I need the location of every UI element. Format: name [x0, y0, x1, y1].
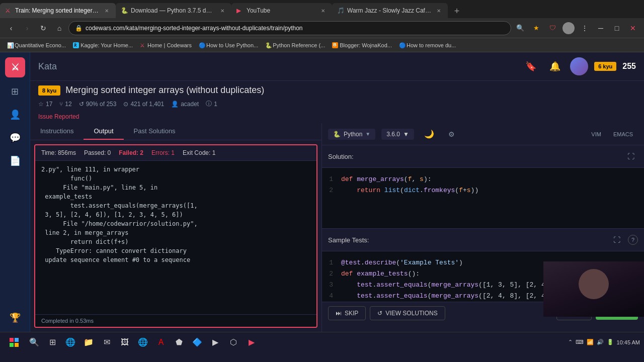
settings-button[interactable]: ⚙ [444, 128, 459, 140]
taskbar-mail[interactable]: ✉ [99, 334, 115, 350]
tab-1-favicon: ⚔ [5, 7, 12, 14]
taskbar-task-view[interactable]: ⊞ [44, 334, 60, 350]
taskbar-explorer[interactable]: 📁 [80, 334, 97, 350]
sidebar-icon-home[interactable]: ⊞ [6, 82, 24, 101]
back-button[interactable]: ‹ [4, 21, 18, 35]
user-value: acadet [181, 101, 199, 108]
theme-toggle-button[interactable]: 🌙 [420, 127, 438, 141]
window-close[interactable]: ✕ [626, 21, 640, 35]
taskbar-media[interactable]: ▶ [244, 334, 260, 350]
search-icon[interactable]: 🔍 [513, 21, 527, 35]
svg-rect-0 [10, 338, 14, 342]
code-line-1: def merge_arrays(f, s): [341, 174, 640, 185]
taskbar-icons-right: ⌃ [568, 339, 573, 345]
bookmark-1[interactable]: 📊 Quantitative Econo... [4, 41, 69, 49]
tab-output[interactable]: Output [84, 123, 123, 140]
sidebar-icon-docs[interactable]: 📄 [6, 152, 24, 170]
kata-title: Merging sorted integer arrays (without d… [65, 85, 264, 96]
bookmark-2-label: Kaggle: Your Home... [80, 42, 133, 48]
user-icon: 👤 [171, 101, 179, 108]
language-name: Python [344, 131, 362, 138]
tab-past-solutions[interactable]: Past Solutions [124, 123, 186, 140]
taskbar-edge[interactable]: 🌐 [62, 334, 78, 350]
menu-button[interactable]: ⋮ [578, 21, 592, 35]
tab-instructions[interactable]: Instructions [30, 123, 84, 140]
code-content[interactable]: def merge_arrays(f, s): return list(dict… [337, 168, 644, 228]
output-footer: Completed in 0.53ms [35, 314, 316, 327]
forks-count: 12 [65, 101, 71, 108]
forward-button[interactable]: › [20, 21, 34, 35]
taskbar-search[interactable]: 🔍 [26, 334, 42, 350]
user-avatar[interactable] [561, 21, 576, 35]
language-button[interactable]: 🐍 Python ▼ [328, 129, 375, 140]
bookmark-6-label: Blogger: WojnaKod... [340, 42, 392, 48]
version-button[interactable]: 3.6.0 ▼ [381, 129, 414, 140]
view-solutions-button[interactable]: ↺ VIEW SOLUTIONS [370, 306, 445, 320]
emacs-mode-button[interactable]: EMACS [608, 129, 638, 139]
skip-button[interactable]: ⏭ SKIP [328, 306, 366, 320]
start-button[interactable] [4, 334, 24, 350]
bookmark-1-label: Quantitative Econo... [15, 42, 66, 48]
expand-tests-button[interactable]: ⛶ [610, 233, 624, 247]
taskbar-app3[interactable]: ⬡ [225, 334, 242, 350]
help-button[interactable]: ? [628, 235, 638, 245]
expand-button[interactable]: ⛶ [624, 149, 638, 163]
user-avatar-header[interactable] [570, 57, 588, 75]
sidebar-logo[interactable]: ⚔ [5, 57, 25, 77]
taskbar-app2[interactable]: ▶ [207, 334, 223, 350]
bookmark-icon[interactable]: ★ [529, 21, 543, 35]
taskbar-blender[interactable]: 🔷 [189, 334, 205, 350]
vim-mode-button[interactable]: VIM [586, 129, 606, 139]
window-minimize[interactable]: ─ [594, 21, 608, 35]
solutions-icon: ⊙ [123, 101, 128, 108]
tab-3-close[interactable]: ✕ [319, 7, 327, 15]
taskbar-adobe[interactable]: A [153, 334, 169, 350]
tab-1-close[interactable]: ✕ [103, 7, 111, 15]
bookmark-2[interactable]: k Kaggle: Your Home... [70, 41, 136, 49]
tab-3-favicon: ▶ [236, 7, 244, 14]
tab-2-close[interactable]: ✕ [218, 7, 226, 15]
home-button[interactable]: ⌂ [52, 21, 66, 35]
sidebar: ⚔ ⊞ 👤 💬 📄 🏆 [0, 52, 30, 332]
taskbar-app1[interactable]: ⬟ [171, 334, 187, 350]
code-line-2: return list(dict.fromkeys(f+s)) [341, 185, 640, 196]
output-stats: Time: 856ms Passed: 0 Failed: 2 Errors: … [35, 145, 316, 161]
reload-button[interactable]: ↻ [36, 21, 50, 35]
bookmark-2-favicon: k [73, 42, 79, 48]
pass-rate-value: 90% of 253 [86, 101, 117, 108]
code-editor[interactable]: 1 2 def merge_arrays(f, s): return list(… [322, 168, 644, 228]
tab-2[interactable]: 🐍 Download — Python 3.7.5 docu... ✕ [116, 3, 231, 18]
fork-icon: ⑂ [59, 101, 63, 108]
left-panel: Instructions Output Past Solutions Time:… [30, 123, 322, 332]
taskbar-time: 10:45 AM [617, 339, 640, 345]
sidebar-icon-trophy[interactable]: 🏆 [6, 309, 24, 327]
shield-icon[interactable]: 🛡 [545, 21, 559, 35]
kata-user: 👤 acadet [171, 101, 199, 108]
sidebar-icon-user[interactable]: 👤 [6, 106, 24, 124]
bookmark-3[interactable]: ⚔ Home | Codewars [137, 41, 195, 49]
bookmark-4[interactable]: 🔵 How to Use Python... [196, 41, 261, 49]
stat-errors: Errors: 1 [151, 149, 175, 156]
bookmark-4-label: How to Use Python... [206, 42, 258, 48]
window-maximize[interactable]: □ [610, 21, 624, 35]
sidebar-icon-chat[interactable]: 💬 [6, 129, 24, 147]
taskbar-chrome[interactable]: 🌐 [135, 334, 151, 350]
bookmark-7[interactable]: 🔵 How to remove du... [396, 41, 459, 49]
tab-1[interactable]: ⚔ Train: Merging sorted integer arr... ✕ [0, 3, 116, 18]
tab-4[interactable]: 🎵 Warm Jazz - Slowly Jazz Cafe M... ✕ [332, 3, 448, 18]
new-tab-button[interactable]: + [450, 4, 464, 18]
tab-4-close[interactable]: ✕ [435, 7, 443, 15]
taskbar-volume: 🔊 [597, 339, 604, 345]
address-bar[interactable]: 🔒 codewars.com/kata/merging-sorted-integ… [68, 21, 511, 35]
line-numbers: 1 2 [322, 168, 337, 228]
sample-tests-label: Sample Tests: [328, 236, 369, 244]
notification-button[interactable]: 🔔 [546, 57, 564, 75]
bookmarks-bar: 📊 Quantitative Econo... k Kaggle: Your H… [0, 38, 644, 52]
bookmark-button[interactable]: 🔖 [522, 57, 540, 75]
bookmark-6[interactable]: B Blogger: WojnaKod... [329, 41, 395, 49]
bookmark-5[interactable]: 🐍 Python Reference (... [262, 41, 328, 49]
tab-3[interactable]: ▶ YouTube ✕ [231, 3, 332, 18]
stat-passed: Passed: 0 [84, 149, 111, 156]
kata-label: Kata [38, 61, 57, 72]
taskbar-photos[interactable]: 🖼 [117, 334, 133, 350]
